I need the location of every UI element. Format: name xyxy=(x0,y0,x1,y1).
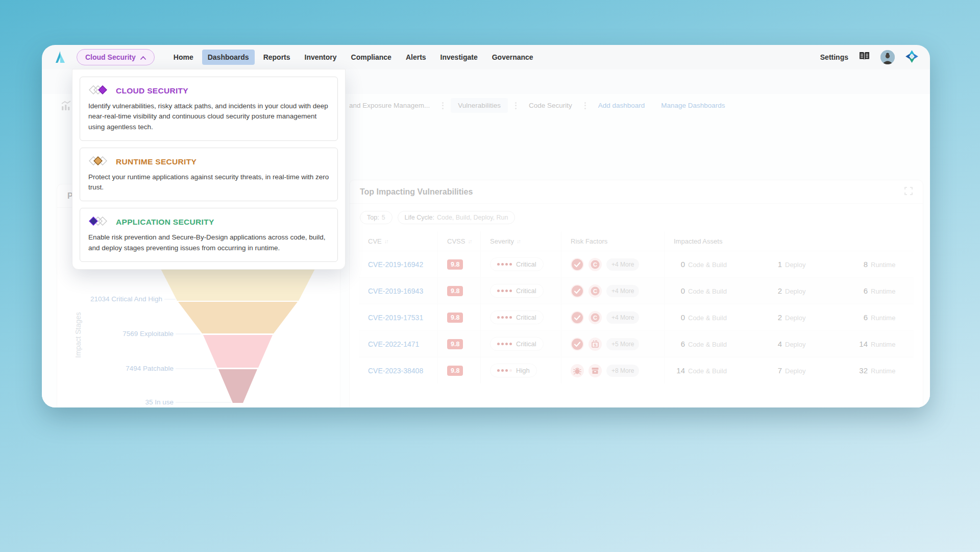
menu-card-cloud-security[interactable]: CLOUD SECURITYIdentify vulnerabilities, … xyxy=(80,77,338,141)
user-avatar[interactable] xyxy=(880,50,895,64)
lifecycle-diamond-right xyxy=(88,85,111,97)
nav-item-inventory[interactable]: Inventory xyxy=(299,50,342,65)
nav-item-governance[interactable]: Governance xyxy=(486,50,539,65)
product-switcher-label: Cloud Security xyxy=(85,53,136,61)
settings-button[interactable]: Settings xyxy=(820,53,848,61)
brand-logo[interactable] xyxy=(53,50,68,65)
nav-item-home[interactable]: Home xyxy=(168,50,199,65)
nav-right: Settings xyxy=(820,50,919,65)
product-switcher[interactable]: Cloud Security xyxy=(77,49,155,65)
lifecycle-diamond-left xyxy=(88,216,111,228)
app-window: Cloud Security HomeDashboardsReportsInve… xyxy=(42,45,930,407)
menu-card-runtime-security[interactable]: RUNTIME SECURITYProtect your runtime app… xyxy=(80,148,338,202)
lifecycle-diamond-middle xyxy=(88,156,111,168)
menu-card-description: Enable risk prevention and Secure-By-Des… xyxy=(88,232,329,253)
menu-card-title: RUNTIME SECURITY xyxy=(116,157,197,166)
nav-item-alerts[interactable]: Alerts xyxy=(400,50,432,65)
menu-card-description: Identify vulnerabilities, risky attack p… xyxy=(88,101,329,132)
menu-card-title: CLOUD SECURITY xyxy=(116,86,188,95)
top-navbar: Cloud Security HomeDashboardsReportsInve… xyxy=(42,45,930,69)
nav-item-compliance[interactable]: Compliance xyxy=(346,50,397,65)
main-nav: HomeDashboardsReportsInventoryCompliance… xyxy=(168,50,539,65)
nav-item-dashboards[interactable]: Dashboards xyxy=(202,50,255,65)
menu-card-title: APPLICATION SECURITY xyxy=(116,218,214,227)
chevron-up-icon xyxy=(140,53,146,62)
menu-card-application-security[interactable]: APPLICATION SECURITYEnable risk preventi… xyxy=(80,208,338,262)
nav-item-reports[interactable]: Reports xyxy=(258,50,296,65)
prisma-star-icon[interactable] xyxy=(905,50,919,65)
nav-item-investigate[interactable]: Investigate xyxy=(435,50,483,65)
menu-card-description: Protect your runtime applications agains… xyxy=(88,172,329,193)
product-switcher-dropdown: CLOUD SECURITYIdentify vulnerabilities, … xyxy=(72,69,346,270)
docs-book-icon[interactable] xyxy=(859,51,870,63)
